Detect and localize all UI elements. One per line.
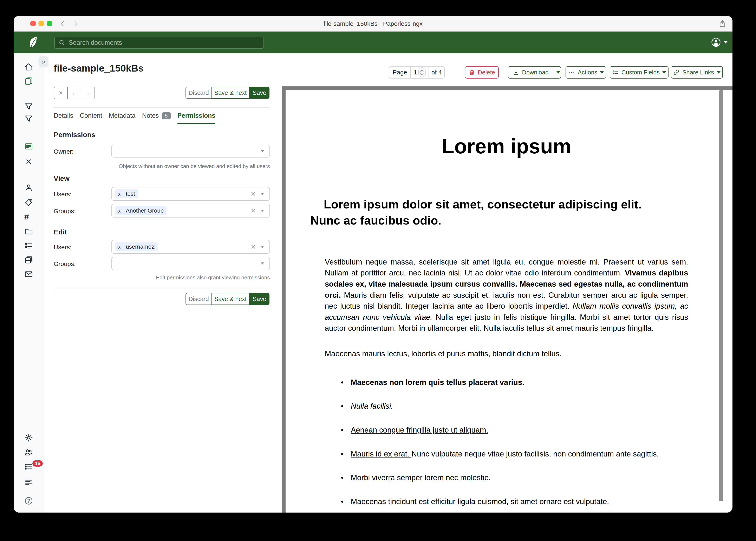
chevron-down-icon	[724, 41, 728, 44]
preview-scrollbar-thumb[interactable]	[719, 90, 723, 501]
sidebar-item-document-types-folder-icon[interactable]	[24, 227, 33, 236]
page-label: Page	[389, 67, 411, 78]
sidebar-item-mail-icon[interactable]	[24, 270, 33, 279]
ellipsis-icon: ⋯	[568, 70, 575, 74]
owner-select[interactable]	[111, 145, 270, 158]
document-title: file-sample_150kBs	[54, 63, 144, 74]
sidebar-item-close-document-icon[interactable]	[24, 157, 33, 166]
custom-fields-button[interactable]: Custom Fields	[610, 66, 669, 79]
tab-details[interactable]: Details	[54, 112, 73, 123]
list-item: Maecenas non lorem quis tellus placerat …	[351, 377, 688, 388]
sidebar: »	[14, 53, 44, 513]
chevron-down-icon	[662, 71, 666, 74]
clear-selection-icon[interactable]: ✕	[250, 190, 256, 198]
paperless-logo-leaf-icon[interactable]	[28, 36, 38, 49]
sidebar-item-asn-hash-icon[interactable]: #	[24, 212, 33, 222]
share-icon[interactable]	[718, 19, 727, 28]
pdf-subtitle: Lorem ipsum dolor sit amet, consectetur …	[310, 196, 661, 229]
actions-button[interactable]: ⋯ Actions	[566, 66, 606, 79]
chevron-down-icon	[600, 71, 604, 74]
selected-group-chip: x Another Group	[115, 206, 167, 215]
save-button[interactable]: Save	[249, 293, 269, 305]
share-links-button[interactable]: Share Links	[671, 66, 723, 79]
edit-users-label: Users:	[54, 244, 72, 251]
list-item: Nulla facilisi.	[351, 401, 688, 412]
previous-document-button[interactable]: ←	[67, 87, 81, 99]
download-options-button[interactable]	[556, 67, 561, 78]
sidebar-expand-button[interactable]: »	[39, 56, 48, 67]
owner-label: Owner:	[54, 148, 74, 155]
sidebar-item-filter-icon[interactable]	[24, 114, 33, 123]
user-menu[interactable]	[711, 37, 728, 47]
pdf-paragraph: Maecenas mauris lectus, lobortis et puru…	[325, 348, 688, 359]
sidebar-item-help-icon[interactable]: ?	[24, 496, 33, 505]
save-and-next-button[interactable]: Save & next	[211, 87, 249, 99]
download-split-button: Download	[508, 66, 561, 79]
search-input[interactable]	[68, 39, 260, 47]
discard-button[interactable]: Discard	[185, 293, 212, 305]
chevron-down-icon	[261, 246, 264, 248]
chevron-down-icon	[556, 71, 560, 74]
sidebar-item-documents-icon[interactable]	[24, 77, 33, 86]
document-nav-group: ✕ ← →	[54, 87, 95, 99]
link-icon	[673, 69, 680, 76]
next-document-button[interactable]: →	[81, 87, 95, 99]
pdf-preview-pane: Lorem ipsum Lorem ipsum dolor sit amet, …	[282, 86, 732, 513]
app-window: file-sample_150kBs - Paperless-ngx	[14, 16, 732, 513]
save-and-next-button[interactable]: Save & next	[211, 293, 249, 305]
tab-content[interactable]: Content	[80, 112, 102, 123]
tab-notes[interactable]: Notes 5	[142, 112, 171, 123]
pdf-title: Lorem ipsum	[325, 135, 688, 158]
edit-groups-label: Groups:	[54, 261, 76, 268]
desktop-background: file-sample_150kBs - Paperless-ngx	[0, 0, 756, 541]
sidebar-item-users-groups-icon[interactable]	[24, 448, 33, 457]
sidebar-item-correspondents-icon[interactable]	[24, 183, 33, 192]
clear-selection-icon[interactable]: ✕	[250, 243, 256, 251]
page-stepper[interactable]	[418, 67, 426, 77]
search-icon	[58, 39, 65, 46]
edit-users-select[interactable]: x username2 ✕	[111, 240, 270, 254]
window-title: file-sample_150kBs - Paperless-ngx	[14, 16, 732, 31]
view-groups-select[interactable]: x Another Group ✕	[111, 204, 270, 218]
edit-groups-select[interactable]	[111, 257, 270, 270]
chip-remove-icon[interactable]: x	[118, 191, 121, 197]
sidebar-item-tags-icon[interactable]	[24, 198, 33, 207]
tab-metadata[interactable]: Metadata	[109, 112, 135, 123]
tasks-count-badge: 16	[32, 460, 43, 467]
sidebar-item-saved-view-filter-icon[interactable]	[24, 102, 33, 111]
download-button[interactable]: Download	[508, 67, 553, 78]
sidebar-item-tasks-icon[interactable]	[24, 462, 33, 471]
close-document-button[interactable]: ✕	[54, 87, 67, 99]
sidebar-item-open-document-icon[interactable]	[24, 142, 33, 151]
sidebar-item-storage-paths-icon[interactable]	[24, 255, 33, 264]
view-users-select[interactable]: x test ✕	[111, 187, 270, 201]
edit-actions-top: Discard Save & next Save	[185, 87, 269, 99]
page-navigation-group: Page 1 of 4	[389, 66, 445, 79]
edit-actions-bottom: Discard Save & next Save	[185, 293, 269, 305]
discard-button[interactable]: Discard	[185, 87, 212, 99]
delete-button[interactable]: Delete	[465, 66, 499, 79]
page-number-value: 1	[414, 69, 417, 76]
tab-permissions[interactable]: Permissions	[177, 112, 215, 124]
selected-user-chip: x test	[115, 189, 138, 198]
chip-remove-icon[interactable]: x	[118, 244, 121, 250]
edit-permissions-hint: Edit permissions also grant viewing perm…	[111, 274, 270, 281]
sidebar-item-logs-icon[interactable]	[24, 478, 33, 487]
app-header	[14, 32, 732, 53]
clear-selection-icon[interactable]: ✕	[250, 207, 256, 215]
chevron-down-icon	[717, 71, 721, 74]
permissions-heading: Permissions	[54, 131, 95, 139]
sidebar-item-custom-fields-icon[interactable]	[24, 241, 33, 250]
search-box[interactable]	[54, 37, 264, 49]
pdf-paragraph: Vestibulum neque massa, scelerisque sit …	[325, 257, 688, 334]
selected-user-chip: x username2	[115, 242, 158, 251]
save-button[interactable]: Save	[249, 87, 269, 99]
chip-remove-icon[interactable]: x	[118, 208, 121, 214]
sidebar-item-settings-gear-icon[interactable]	[24, 433, 33, 442]
chevron-down-icon	[261, 150, 264, 152]
edit-heading: Edit	[54, 228, 67, 236]
sidebar-item-dashboard-home-icon[interactable]	[24, 63, 33, 72]
pdf-bullet-list: Maecenas non lorem quis tellus placerat …	[325, 377, 688, 507]
document-tabs: Details Content Metadata Notes 5 Permiss…	[54, 112, 215, 124]
list-item: Maecenas tincidunt est efficitur ligula …	[351, 496, 688, 507]
